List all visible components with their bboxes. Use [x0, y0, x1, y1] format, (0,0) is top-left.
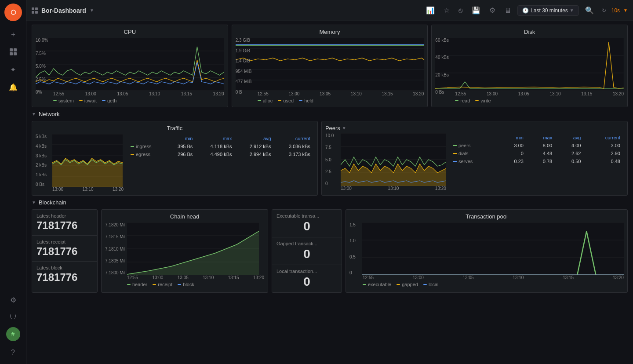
peers-header: Peers ▼: [325, 125, 624, 131]
svg-rect-21: [435, 38, 624, 91]
tv-btn[interactable]: 🖥: [502, 5, 514, 16]
blockchain-collapse-icon[interactable]: ▼: [32, 200, 36, 205]
gapped-dot: [397, 284, 400, 285]
share-btn[interactable]: ⎋: [456, 5, 466, 16]
peers-stats: min max avg current peers 3.00: [450, 133, 624, 191]
blockchain-panels-row: Latest header 7181776 Latest receipt 718…: [32, 209, 628, 293]
sidebar-item-shield[interactable]: 🛡: [5, 309, 21, 325]
refresh-btn[interactable]: ↻: [600, 6, 608, 15]
grid-icon: [32, 7, 38, 14]
cpu-title: CPU: [36, 29, 224, 35]
alloc-dot: [258, 100, 261, 101]
traffic-min-header: min: [166, 135, 195, 142]
txpool-title: Transaction pool: [349, 213, 624, 220]
memory-title: Memory: [236, 29, 424, 35]
network-panels-row: Traffic 5 kBs 4 kBs 3 kBs 2 kBs 1 kBs 0 …: [32, 121, 628, 196]
memory-chart: [236, 38, 424, 91]
blockchain-section-header: ▼ Blockchain: [32, 199, 628, 206]
local-dot: [423, 284, 427, 285]
gapped-value: 0: [276, 247, 337, 261]
disk-legend: read write: [435, 98, 624, 103]
read-label: read: [460, 98, 470, 103]
network-collapse-icon[interactable]: ▼: [32, 112, 36, 116]
top-panels-row: CPU 10.0% 7.5% 5.0% 2.5% 0%: [32, 25, 628, 107]
settings-btn[interactable]: ⚙: [487, 4, 498, 16]
disk-title: Disk: [435, 29, 624, 35]
sidebar-item-add[interactable]: ＋: [5, 26, 21, 42]
topbar: Bor-Dashboard ▼ 📊 ☆ ⎋ 💾 ⚙ 🖥 🕐 Last 30 mi…: [26, 0, 633, 21]
peers-dropdown-icon[interactable]: ▼: [342, 126, 346, 131]
geth-dot: [102, 100, 106, 101]
write-label: write: [480, 98, 491, 103]
write-dot: [475, 100, 479, 101]
peers-peers-row: peers 3.00 8.00 4.00 3.00: [451, 142, 623, 149]
refresh-interval[interactable]: 10s: [611, 7, 620, 14]
iowait-label: iowait: [84, 98, 97, 103]
svg-rect-3: [14, 48, 17, 51]
latest-receipt-value: 7181776: [36, 245, 93, 258]
txpool-chart: [362, 222, 624, 275]
peers-dot: [453, 145, 457, 146]
txpool-panel: Transaction pool 1.5 1.0 0.5 0: [346, 209, 628, 293]
cpu-chart: [36, 38, 224, 91]
traffic-stats-table: min max avg current ingress 395 Bs: [127, 134, 314, 159]
txpool-x-labels: 12:55 13:00 13:05 13:10 13:15 13:20: [349, 275, 624, 280]
time-range-btn[interactable]: 🕐 Last 30 minutes ▼: [517, 5, 579, 16]
txpool-legend-executable: executable: [363, 282, 391, 287]
peers-chart-wrapper: 10.0 7.5 5.0 2.5 0: [325, 133, 446, 191]
local-legend-label: local: [429, 282, 439, 287]
header-label: header: [132, 282, 147, 287]
search-btn[interactable]: 🔍: [582, 4, 597, 16]
executable-legend-label: executable: [368, 282, 391, 287]
add-panel-btn[interactable]: 📊: [423, 4, 437, 16]
used-dot: [278, 100, 281, 101]
cpu-panel: CPU 10.0% 7.5% 5.0% 2.5% 0%: [32, 25, 228, 107]
memory-panel: Memory 2.3 GiB 1.9 GiB 1.4 GiB 954 MiB 4…: [232, 25, 428, 107]
chain-head-legend: header receipt block: [105, 282, 264, 287]
sidebar-item-dashboard[interactable]: [5, 44, 21, 60]
cpu-chart-area: 10.0% 7.5% 5.0% 2.5% 0%: [36, 38, 224, 103]
sidebar-item-alerts[interactable]: 🔔: [5, 79, 21, 95]
star-btn[interactable]: ☆: [441, 4, 452, 16]
save-btn[interactable]: 💾: [469, 4, 483, 16]
interval-arrow[interactable]: ▼: [623, 8, 628, 13]
chain-head-chart: [127, 222, 259, 275]
sidebar-item-settings[interactable]: ⚙: [5, 292, 21, 308]
gapped-label: Gapped transacti...: [276, 241, 337, 246]
geth-label: geth: [107, 98, 116, 103]
peers-dials-row: dials 0 4.48 2.62 2.90: [451, 150, 623, 157]
user-avatar[interactable]: #: [6, 327, 20, 341]
chain-head-y-labels: 7.1820 Mil 7.1815 Mil 7.1810 Mil 7.1805 …: [105, 222, 127, 275]
traffic-current-header: current: [275, 135, 313, 142]
traffic-avg-header: avg: [235, 135, 273, 142]
read-dot: [455, 100, 458, 101]
system-dot: [53, 100, 57, 101]
txpool-y-labels: 1.5 1.0 0.5 0: [349, 222, 362, 275]
traffic-ingress-row: ingress 395 Bs 4.118 kBs 2.912 kBs 3.036…: [128, 143, 313, 150]
chain-head-legend-receipt: receipt: [153, 282, 172, 287]
traffic-y-labels: 5 kBs 4 kBs 3 kBs 2 kBs 1 kBs 0 Bs: [36, 134, 52, 187]
peers-max-header: max: [527, 134, 555, 141]
traffic-egress-row: egress 296 Bs 4.490 kBs 2.994 kBs 3.173 …: [128, 151, 313, 158]
disk-legend-write: write: [475, 98, 491, 103]
memory-legend: alloc used held: [236, 98, 424, 103]
dashboard-name: Bor-Dashboard: [41, 7, 86, 14]
sidebar-item-explore[interactable]: ✦: [5, 62, 21, 77]
executable-label: Executable transa...: [276, 213, 337, 218]
txpool-legend-gapped: gapped: [397, 282, 418, 287]
memory-legend-used: used: [278, 98, 294, 103]
system-label: system: [58, 98, 74, 103]
memory-chart-area: 2.3 GiB 1.9 GiB 1.4 GiB 954 MiB 477 MiB …: [236, 38, 424, 103]
sidebar-item-help[interactable]: ?: [5, 345, 21, 360]
stat-cards: Latest header 7181776 Latest receipt 718…: [32, 209, 98, 293]
network-section-header: ▼ Network: [32, 111, 628, 117]
disk-y-labels: 60 kBs 40 kBs 20 kBs 0 Bs: [435, 38, 455, 95]
svg-rect-4: [10, 52, 13, 55]
cpu-legend-iowait: iowait: [79, 98, 97, 103]
time-dropdown-arrow: ▼: [570, 8, 574, 13]
memory-x-labels: 12:55 13:00 13:05 13:10 13:15 13:20: [236, 91, 424, 96]
dropdown-arrow[interactable]: ▼: [90, 8, 94, 13]
cpu-legend: system iowait geth: [36, 98, 224, 103]
app-logo[interactable]: ⬡: [4, 4, 22, 21]
latest-receipt-label: Latest receipt: [36, 239, 93, 244]
